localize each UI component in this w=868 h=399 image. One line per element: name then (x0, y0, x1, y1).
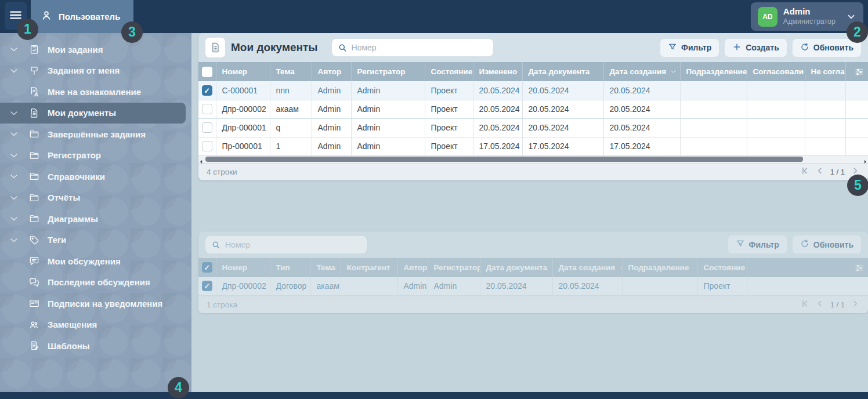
chevron-down-icon[interactable] (8, 43, 20, 55)
column-header[interactable]: Тема (310, 258, 341, 277)
chevron-down-icon[interactable] (8, 192, 20, 204)
column-header[interactable]: Контрагент (341, 258, 397, 277)
column-header[interactable]: Номер (216, 258, 270, 277)
sidebar-item-1[interactable]: Задания от меня (0, 60, 191, 82)
next-page-icon[interactable] (850, 299, 860, 311)
sidebar-item-7[interactable]: Отчёты (0, 187, 191, 209)
sidebar-item-5[interactable]: Регистратор (0, 145, 191, 166)
sidebar-item-4[interactable]: Завершённые задания (0, 124, 191, 145)
column-header[interactable]: Согласовали (747, 62, 805, 81)
step-badge-1: 1 (17, 19, 38, 40)
secondary-refresh-button[interactable]: Обновить (793, 235, 861, 253)
search-input[interactable] (332, 39, 493, 56)
chevron-down-icon (8, 319, 20, 331)
sidebar-item-13[interactable]: Замещения (0, 314, 191, 336)
sidebar-item-8[interactable]: Диаграммы (0, 208, 191, 230)
create-button-label: Создать (746, 43, 779, 52)
column-header[interactable]: Дата документа (522, 62, 603, 81)
sidebar-item-6[interactable]: Справочники (0, 166, 191, 187)
secondary-search-input[interactable] (205, 236, 367, 253)
folder-icon (28, 170, 41, 183)
chevron-down-icon[interactable] (8, 234, 20, 246)
column-header[interactable]: Регистратор (428, 258, 480, 277)
table-row[interactable]: С-000001nnnAdminAdminПроект20.05.202420.… (198, 81, 868, 100)
table-cell: 20.05.2024 (480, 277, 552, 296)
row-checkbox-cell (198, 277, 216, 296)
chevron-down-icon[interactable] (8, 128, 20, 140)
sidebar-item-10[interactable]: Мои обсуждения (0, 251, 191, 272)
chevron-down-icon[interactable] (8, 171, 20, 182)
table-row[interactable]: Дпр-000002ДоговоракаамAdminAdmin20.05.20… (198, 277, 868, 296)
column-header[interactable]: Подразделение (680, 62, 747, 81)
row-checkbox[interactable] (202, 85, 212, 96)
select-all-checkbox[interactable] (202, 67, 212, 77)
tab-user[interactable]: Пользователь (31, 0, 133, 33)
row-checkbox-cell (198, 118, 216, 137)
column-header[interactable]: Автор (312, 62, 351, 81)
scroll-left-icon[interactable] (198, 157, 204, 162)
table-cell (805, 137, 845, 155)
sidebar-item-label: Мои документы (48, 108, 116, 118)
table-cell (805, 118, 845, 137)
column-header[interactable]: Тип (270, 258, 310, 277)
sidebar-item-3[interactable]: Мои документы (0, 103, 186, 124)
sidebar-item-11[interactable]: Последние обсуждения (0, 272, 191, 293)
refresh-button[interactable]: Обновить (793, 39, 861, 57)
prev-page-icon[interactable] (815, 166, 825, 178)
table-row[interactable]: Пр-0000011AdminAdminПроект17.05.202417.0… (198, 137, 868, 155)
create-button[interactable]: Создать (725, 39, 787, 57)
column-header[interactable]: Регистратор (351, 62, 425, 81)
column-header[interactable]: Тема (270, 62, 312, 81)
column-header[interactable]: Состояние (697, 258, 747, 277)
main-area: Мои документы Фильтр Создать (191, 33, 868, 392)
chevron-down-icon[interactable] (8, 213, 20, 224)
column-header[interactable]: Изменено (473, 62, 522, 81)
sidebar-item-0[interactable]: Мои задания (0, 39, 191, 60)
secondary-filter-button[interactable]: Фильтр (728, 235, 787, 253)
table-cell: 17.05.2024 (603, 137, 680, 155)
chevron-down-icon[interactable] (8, 150, 20, 161)
column-header[interactable]: Не согла (805, 62, 845, 81)
horizontal-scrollbar[interactable] (198, 156, 868, 163)
column-header[interactable]: Дата создания (552, 258, 622, 277)
chevron-down-icon[interactable] (8, 65, 20, 77)
sort-chevron-icon[interactable] (618, 263, 622, 272)
sidebar-item-12[interactable]: Подписки на уведомления (0, 293, 191, 314)
column-header[interactable]: Подразделение (622, 258, 697, 277)
scroll-right-icon[interactable] (862, 157, 868, 162)
column-header[interactable]: Дата документа (480, 258, 552, 277)
columns-settings-icon[interactable] (854, 263, 865, 273)
table-cell: Admin (351, 100, 425, 118)
first-page-icon[interactable] (800, 166, 810, 178)
profile-menu[interactable]: AD Admin Администратор (751, 2, 863, 31)
table-cell: Admin (312, 81, 351, 100)
table-cell (622, 277, 697, 296)
column-header[interactable]: Номер (216, 62, 270, 81)
sidebar-item-label: Регистратор (48, 150, 101, 160)
sidebar-item-9[interactable]: Теги (0, 230, 191, 251)
filter-button[interactable]: Фильтр (660, 39, 719, 57)
column-header[interactable]: Дата создания (603, 62, 680, 81)
first-page-icon[interactable] (800, 299, 810, 311)
sidebar-item-label: Теги (48, 235, 66, 245)
columns-settings-icon[interactable] (854, 67, 865, 77)
sidebar-item-14[interactable]: Шаблоны (0, 335, 191, 357)
row-checkbox[interactable] (202, 122, 212, 133)
column-header[interactable]: Состояние (425, 62, 473, 81)
profile-name: Admin (783, 6, 836, 17)
column-header[interactable]: Автор (397, 258, 428, 277)
prev-page-icon[interactable] (815, 299, 825, 311)
secondary-documents-panel: Фильтр Обновить НомерТипТемаКонтрагентАв… (198, 231, 868, 314)
row-checkbox[interactable] (202, 281, 212, 291)
sidebar-item-2[interactable]: Мне на ознакомление (0, 81, 191, 103)
chevron-down-icon[interactable] (8, 107, 20, 119)
table-row[interactable]: Дпр-000002акаамAdminAdminПроект20.05.202… (198, 100, 868, 118)
table-header-row: НомерТипТемаКонтрагентАвторРегистраторДа… (198, 258, 868, 277)
row-checkbox[interactable] (202, 141, 212, 151)
chevron-down-icon (8, 86, 20, 97)
row-checkbox[interactable] (202, 104, 212, 114)
table-row[interactable]: Дпр-000001qAdminAdminПроект20.05.202420.… (198, 118, 868, 137)
select-all-checkbox[interactable] (202, 262, 212, 273)
scrollbar-thumb[interactable] (205, 157, 803, 162)
sort-chevron-icon[interactable] (669, 67, 678, 76)
